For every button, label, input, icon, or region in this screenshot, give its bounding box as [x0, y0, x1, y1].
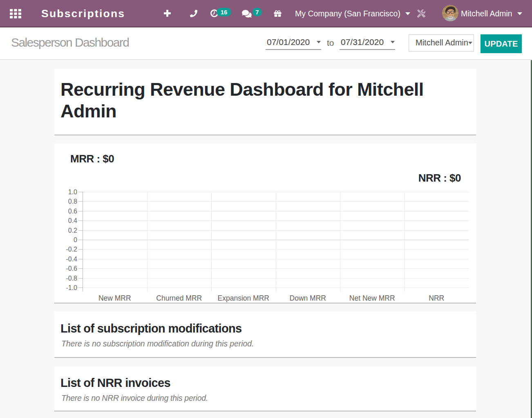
svg-text:Down MRR: Down MRR: [290, 294, 326, 302]
svg-text:-0.4: -0.4: [66, 256, 77, 263]
svg-text:Churned MRR: Churned MRR: [156, 294, 202, 302]
svg-text:-0.6: -0.6: [66, 265, 77, 272]
svg-text:-1.0: -1.0: [66, 284, 77, 291]
svg-text:0.2: 0.2: [68, 227, 77, 234]
svg-text:0.6: 0.6: [68, 208, 77, 215]
svg-text:New MRR: New MRR: [98, 294, 131, 302]
svg-text:Expansion MRR: Expansion MRR: [218, 294, 269, 302]
svg-text:0.8: 0.8: [68, 198, 77, 205]
svg-text:0.4: 0.4: [68, 217, 77, 224]
svg-text:NRR: NRR: [429, 294, 444, 302]
svg-text:1.0: 1.0: [68, 189, 77, 196]
svg-text:-0.2: -0.2: [66, 246, 77, 253]
svg-text:-0.8: -0.8: [66, 275, 77, 282]
svg-text:Net New MRR: Net New MRR: [349, 294, 395, 302]
svg-text:0: 0: [74, 236, 77, 243]
